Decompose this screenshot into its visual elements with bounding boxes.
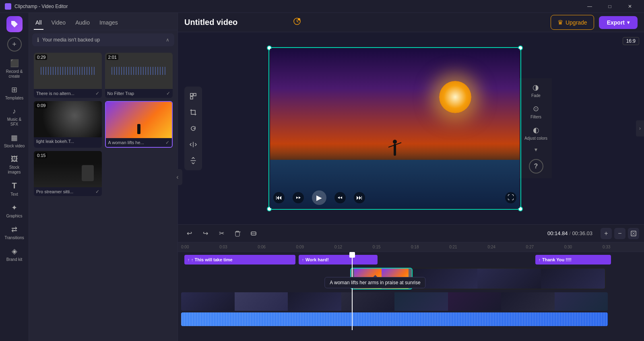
caption-track: ↑ ↑ This will take time ↑ Work hard! ↑ T… <box>181 254 641 266</box>
caption-segment-1[interactable]: ↑ ↑ This will take time <box>184 255 295 265</box>
rewind-button[interactable] <box>293 192 304 203</box>
current-time: 00:14.84 <box>547 230 568 236</box>
audio-segment[interactable] <box>181 312 608 326</box>
video-segment-dark[interactable] <box>413 268 606 289</box>
media-item-label: Pro streamer sitti... ✓ <box>34 187 102 196</box>
playhead[interactable] <box>352 252 353 330</box>
left-sidebar: + ⬛ Record &create ⊞ Templates ♪ Music &… <box>0 13 29 341</box>
video-thumbnail <box>541 269 605 289</box>
sidebar-item-text[interactable]: T Text <box>2 179 27 199</box>
checkmark-icon: ✓ <box>166 91 170 96</box>
flip-v-tool-button[interactable] <box>187 154 200 167</box>
sidebar-item-stock-video[interactable]: ▦ Stock video <box>2 131 27 151</box>
fit-timeline-button[interactable] <box>628 228 639 239</box>
minimize-button[interactable]: — <box>580 0 599 13</box>
media-item-sunrise[interactable]: A woman lifts he... ✓ <box>105 101 173 148</box>
brand-icon: ◈ <box>12 247 17 256</box>
zoom-out-button[interactable]: − <box>614 228 625 239</box>
timeline-content: 0:00 0:03 0:06 0:09 0:12 0:15 0:18 0:21 … <box>178 242 644 341</box>
notice-chevron-icon: ∧ <box>166 37 169 43</box>
sidebar-item-stock-images[interactable]: 🖼 Stock images <box>2 153 27 177</box>
delete-button[interactable] <box>231 227 244 240</box>
zoom-in-button[interactable]: + <box>601 228 612 239</box>
filters-tool[interactable]: ⊙ Filters <box>530 104 541 119</box>
playback-bar: ⏮ ▶ ⏭ ⛶ <box>270 187 520 208</box>
play-button[interactable]: ▶ <box>312 190 326 205</box>
flip-h-tool-button[interactable] <box>187 138 200 151</box>
ruler-mark-7: 0:21 <box>449 245 487 249</box>
fade-icon: ◑ <box>533 83 539 92</box>
skip-forward-button[interactable]: ⏭ <box>354 192 365 203</box>
film-strip-track <box>181 292 641 312</box>
export-button[interactable]: Export ▾ <box>599 16 638 29</box>
fullscreen-button[interactable]: ⛶ <box>505 192 516 203</box>
close-button[interactable]: ✕ <box>621 0 639 13</box>
media-tabs: All Video Audio Images <box>29 13 178 30</box>
sidebar-item-music[interactable]: ♪ Music & SFX <box>2 105 27 129</box>
sidebar-item-text-label: Text <box>10 192 18 197</box>
right-panel: ◑ Fade ⊙ Filters ◐ Adjust colors ▼ ? <box>520 78 552 178</box>
sidebar-item-transitions[interactable]: ⇄ Transitions <box>2 223 27 243</box>
crop-tool-button[interactable] <box>187 106 200 119</box>
rotate-tool-button[interactable] <box>187 122 200 135</box>
sidebar-item-record-label: Record &create <box>6 69 23 79</box>
maximize-button[interactable]: □ <box>601 0 619 13</box>
position-tool-button[interactable] <box>187 90 200 103</box>
media-item-label: A woman lifts he... ✓ <box>106 138 172 147</box>
fade-tool[interactable]: ◑ Fade <box>531 83 541 98</box>
detach-audio-button[interactable] <box>247 227 260 240</box>
media-item-bokeh[interactable]: 0:09 light leak bokeh.T... <box>34 101 102 148</box>
tab-all[interactable]: All <box>34 16 43 30</box>
panel-collapse-button[interactable]: ‹ <box>173 169 182 185</box>
export-chevron-icon: ▾ <box>627 20 630 25</box>
cut-button[interactable]: ✂ <box>215 227 228 240</box>
undo-button[interactable]: ↩ <box>183 227 196 240</box>
right-panel-collapse-button[interactable]: › <box>636 120 644 136</box>
media-item-audio2[interactable]: 2:01 No Filter Trap ✓ <box>105 53 173 98</box>
save-status-icon <box>293 17 301 27</box>
film-frame <box>288 292 341 311</box>
skip-back-button[interactable]: ⏮ <box>273 192 285 203</box>
video-title-input[interactable] <box>184 18 288 27</box>
media-item-label: There is no altern... ✓ <box>34 89 102 98</box>
duration-badge: 0:29 <box>35 54 47 60</box>
tab-images[interactable]: Images <box>98 16 120 30</box>
tab-video[interactable]: Video <box>50 16 68 30</box>
caption-segment-3[interactable]: ↑ Thank You !!!! <box>535 255 611 265</box>
sidebar-item-graphics[interactable]: ✦ Graphics <box>2 201 27 221</box>
media-item-audio1[interactable]: 0:29 There is no altern... ✓ <box>34 53 102 98</box>
help-button[interactable]: ? <box>529 159 543 174</box>
forward-button[interactable] <box>334 192 346 203</box>
sidebar-item-record[interactable]: ⬛ Record &create <box>2 56 27 81</box>
playhead-handle[interactable] <box>349 252 355 258</box>
tab-audio[interactable]: Audio <box>74 16 91 30</box>
sidebar-item-graphics-label: Graphics <box>6 214 22 219</box>
music-icon: ♪ <box>12 107 16 116</box>
tool-panel <box>184 87 202 170</box>
redo-button[interactable]: ↪ <box>199 227 212 240</box>
film-frame <box>501 292 555 311</box>
right-panel-expand-button[interactable]: ▼ <box>534 147 539 153</box>
media-item-streamer[interactable]: 0:15 Pro streamer sitti... ✓ <box>34 151 102 196</box>
figure-head <box>393 140 397 144</box>
fade-label: Fade <box>531 93 541 98</box>
ruler-mark-0: 0:00 <box>181 245 219 249</box>
sidebar-item-music-label: Music & SFX <box>4 117 25 127</box>
video-canvas-container: ⏮ ▶ ⏭ ⛶ 16:9 ◑ Fade <box>178 32 644 224</box>
zoom-controls: + − <box>601 228 639 239</box>
sidebar-item-templates[interactable]: ⊞ Templates <box>2 83 27 103</box>
ruler-mark-3: 0:09 <box>296 245 334 249</box>
upgrade-button[interactable]: ♛ Upgrade <box>551 15 594 30</box>
film-frame <box>341 292 395 311</box>
caption-segment-2[interactable]: ↑ Work hard! <box>299 255 378 265</box>
filters-label: Filters <box>530 115 541 119</box>
checkmark-icon: ✓ <box>95 189 99 194</box>
ruler-mark-1: 0:03 <box>219 245 258 249</box>
sidebar-item-templates-label: Templates <box>5 96 24 101</box>
media-backup-notice[interactable]: ℹ Your media isn't backed up ∧ <box>32 33 174 46</box>
adjust-colors-tool[interactable]: ◐ Adjust colors <box>524 126 547 141</box>
video-thumbnail <box>477 269 541 289</box>
sidebar-item-brand[interactable]: ◈ Brand kit <box>2 244 27 265</box>
add-media-button[interactable]: + <box>7 37 22 52</box>
checkmark-icon: ✓ <box>95 91 99 96</box>
